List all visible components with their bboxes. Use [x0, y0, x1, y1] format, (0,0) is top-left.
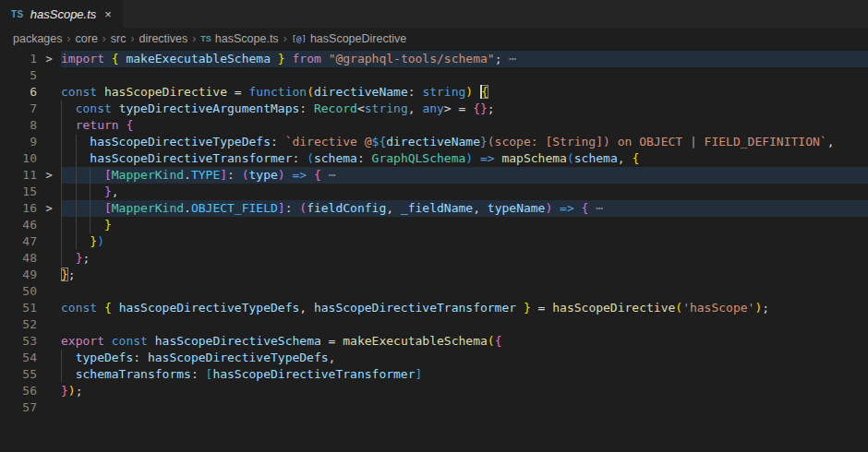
code-line-content[interactable]: hasScopeDirectiveTypeDefs: `directive @$…	[61, 134, 868, 150]
gutter[interactable]: 48	[0, 250, 61, 267]
gutter[interactable]: 8	[0, 117, 61, 134]
breadcrumb-item-core[interactable]: core	[76, 32, 98, 45]
fold-chevron-icon[interactable]: >	[37, 51, 61, 67]
gutter[interactable]: 6	[0, 84, 61, 101]
code-line[interactable]: 7 const typeDirectiveArgumentMaps: Recor…	[0, 101, 868, 117]
code-token: :	[299, 101, 314, 115]
code-line-content[interactable]: const { hasScopeDirectiveTypeDefs, hasSc…	[61, 300, 868, 316]
line-number: 8	[0, 117, 37, 134]
code-token: }	[61, 384, 68, 398]
breadcrumb-item-src[interactable]: src	[111, 32, 127, 45]
code-line-content[interactable]: schemaTransforms: [hasScopeDirectiveTran…	[61, 366, 868, 383]
code-line[interactable]: 48 };	[0, 250, 868, 267]
code-line-content[interactable]: }	[61, 217, 868, 233]
gutter[interactable]: 11>	[0, 167, 61, 184]
code-line[interactable]: 9 hasScopeDirectiveTypeDefs: `directive …	[0, 134, 868, 150]
code-line-content[interactable]: hasScopeDirectiveTransformer: (schema: G…	[61, 150, 868, 167]
gutter[interactable]: 10	[0, 150, 61, 167]
gutter[interactable]: 55	[0, 366, 61, 383]
gutter[interactable]: 52	[0, 316, 61, 333]
code-line[interactable]: 8 return {	[0, 117, 868, 134]
code-line-content[interactable]	[61, 399, 868, 416]
code-token: TYPE	[191, 168, 220, 182]
gutter[interactable]: 15	[0, 184, 61, 200]
gutter[interactable]: 57	[0, 399, 61, 416]
code-line-content[interactable]: });	[61, 383, 868, 399]
breadcrumb-label: hasScope.ts	[215, 32, 279, 45]
code-token	[148, 334, 155, 348]
gutter[interactable]: 16>	[0, 200, 61, 217]
code-token: <	[357, 101, 365, 115]
code-line-content[interactable]: import { makeExecutableSchema } from "@g…	[61, 51, 868, 67]
code-line-content[interactable]	[61, 283, 868, 300]
gutter[interactable]: 53	[0, 333, 61, 350]
gutter[interactable]: 46	[0, 217, 61, 233]
code-line-content[interactable]: [MapperKind.TYPE]: (type) => { ⋯	[61, 167, 868, 184]
code-token: =	[531, 301, 552, 315]
breadcrumb-label: packages	[13, 32, 63, 45]
fold-chevron-icon[interactable]: >	[37, 200, 61, 217]
code-token	[97, 85, 104, 99]
code-token: =>	[480, 151, 495, 165]
code-line-content[interactable]: };	[61, 267, 868, 283]
breadcrumb-item-hasscope-ts[interactable]: TShasScope.ts	[200, 32, 278, 45]
code-line[interactable]: 56});	[0, 383, 868, 399]
tab-hasscope-ts[interactable]: TS hasScope.ts ×	[0, 0, 123, 28]
close-icon[interactable]: ×	[102, 8, 114, 20]
gutter[interactable]: 47	[0, 233, 61, 250]
code-editor[interactable]: 1>import { makeExecutableSchema } from "…	[0, 49, 868, 416]
code-line[interactable]: 1>import { makeExecutableSchema } from "…	[0, 51, 868, 67]
code-token: (	[307, 151, 314, 165]
code-line-content[interactable]: typeDefs: hasScopeDirectiveTypeDefs,	[61, 350, 868, 366]
gutter[interactable]: 5	[0, 67, 61, 84]
gutter[interactable]: 54	[0, 350, 61, 366]
code-line-content[interactable]	[61, 316, 868, 333]
gutter[interactable]: 51	[0, 300, 61, 316]
code-line[interactable]: 5	[0, 67, 868, 84]
code-line[interactable]: 50	[0, 283, 868, 300]
gutter[interactable]: 50	[0, 283, 61, 300]
tab-title: hasScope.ts	[30, 7, 97, 21]
code-token: {	[632, 151, 639, 165]
code-line-content[interactable]: export const hasScopeDirectiveSchema = m…	[61, 333, 868, 350]
gutter[interactable]: 7	[0, 101, 61, 117]
code-line[interactable]: 6const hasScopeDirective = function(dire…	[0, 84, 868, 101]
code-line[interactable]: 15 },	[0, 184, 868, 200]
code-line[interactable]: 11> [MapperKind.TYPE]: (type) => { ⋯	[0, 167, 868, 184]
fold-gutter-space	[37, 67, 61, 84]
gutter[interactable]: 1>	[0, 51, 61, 67]
code-line-content[interactable]: };	[61, 250, 868, 267]
line-number: 47	[0, 233, 37, 250]
breadcrumb-item-hasscopedirective[interactable]: [@]hasScopeDirective	[292, 32, 406, 45]
code-line[interactable]: 49};	[0, 267, 868, 283]
code-line-content[interactable]: })	[61, 233, 868, 250]
gutter[interactable]: 49	[0, 267, 61, 283]
code-line-content[interactable]: },	[61, 184, 868, 200]
code-line-content[interactable]: [MapperKind.OBJECT_FIELD]: (fieldConfig,…	[61, 200, 868, 217]
code-line[interactable]: 16> [MapperKind.OBJECT_FIELD]: (fieldCon…	[0, 200, 868, 217]
code-line-content[interactable]: const typeDirectiveArgumentMaps: Record<…	[61, 101, 868, 117]
code-line[interactable]: 55 schemaTransforms: [hasScopeDirectiveT…	[0, 366, 868, 383]
code-line[interactable]: 47 })	[0, 233, 868, 250]
code-line[interactable]: 57	[0, 399, 868, 416]
breadcrumb-item-packages[interactable]: packages	[13, 32, 63, 45]
fold-chevron-icon[interactable]: >	[37, 167, 61, 184]
code-line[interactable]: 53export const hasScopeDirectiveSchema =…	[0, 333, 868, 350]
code-line-content[interactable]	[61, 67, 868, 84]
code-token: MapperKind	[112, 201, 184, 215]
code-line[interactable]: 54 typeDefs: hasScopeDirectiveTypeDefs,	[0, 350, 868, 366]
line-number: 9	[0, 134, 37, 150]
gutter[interactable]: 9	[0, 134, 61, 150]
code-line[interactable]: 10 hasScopeDirectiveTransformer: (schema…	[0, 150, 868, 167]
code-line-content[interactable]: const hasScopeDirective = function(direc…	[61, 84, 868, 101]
text-cursor	[480, 85, 482, 99]
code-line[interactable]: 46 }	[0, 217, 868, 233]
code-line[interactable]: 51const { hasScopeDirectiveTypeDefs, has…	[0, 300, 868, 316]
code-token	[321, 52, 329, 65]
code-token	[574, 201, 582, 215]
code-line[interactable]: 52	[0, 316, 868, 333]
code-line-content[interactable]: return {	[61, 117, 868, 134]
gutter[interactable]: 56	[0, 383, 61, 399]
breadcrumb-item-directives[interactable]: directives	[139, 32, 188, 45]
code-token: }	[104, 218, 112, 232]
